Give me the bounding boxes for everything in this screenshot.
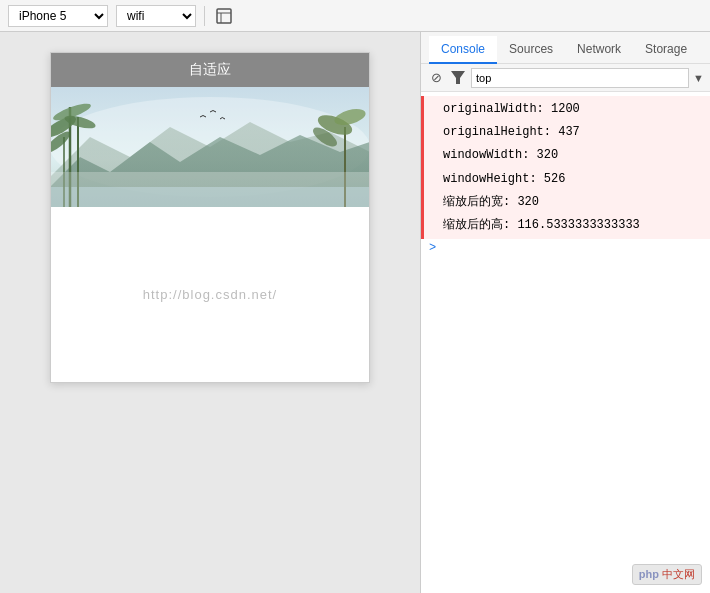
console-line-2: windowWidth: 320 [432,144,702,167]
simulator-panel: 自适应 [0,32,420,593]
phone-image-area [51,87,369,207]
console-line-0: originalWidth: 1200 [432,98,702,121]
devtools-toolbar: ⊘ ▼ [421,64,710,92]
devtools-panel: Console Sources Network Storage ⊘ ▼ [420,32,710,593]
device-selector[interactable]: iPhone 5 [8,5,108,27]
console-prompt: > [421,239,710,257]
tab-storage[interactable]: Storage [633,36,699,64]
inspect-icon[interactable] [213,5,235,27]
console-line-3: windowHeight: 526 [432,168,702,191]
console-line-1: originalHeight: 437 [432,121,702,144]
phone-title-text: 自适应 [189,61,231,77]
watermark-text: http://blog.csdn.net/ [143,287,277,302]
console-entry-block: originalWidth: 1200 originalHeight: 437 … [421,96,710,239]
block-icon[interactable]: ⊘ [427,69,445,87]
toolbar-divider [204,6,205,26]
php-text: php [639,568,659,580]
cn-text: 中文网 [662,568,695,580]
phone-watermark: http://blog.csdn.net/ [51,207,369,382]
filter-icon[interactable] [449,69,467,87]
main-area: 自适应 [0,32,710,593]
php-logo: php 中文网 [632,564,702,585]
filter-input[interactable] [471,68,689,88]
console-line-4: 缩放后的宽: 320 [432,191,702,214]
console-line-5: 缩放后的高: 116.5333333333333 [432,214,702,237]
devtools-tab-bar: Console Sources Network Storage [421,32,710,64]
phone-title-bar: 自适应 [51,53,369,87]
phone-frame: 自适应 [50,52,370,383]
tab-sources[interactable]: Sources [497,36,565,64]
svg-rect-0 [217,9,231,23]
svg-marker-20 [451,71,465,84]
tab-console[interactable]: Console [429,36,497,64]
console-output: originalWidth: 1200 originalHeight: 437 … [421,92,710,593]
tab-network[interactable]: Network [565,36,633,64]
svg-rect-19 [51,172,369,207]
chevron-icon[interactable]: ▼ [693,72,704,84]
top-toolbar: iPhone 5 wifi [0,0,710,32]
network-selector[interactable]: wifi [116,5,196,27]
